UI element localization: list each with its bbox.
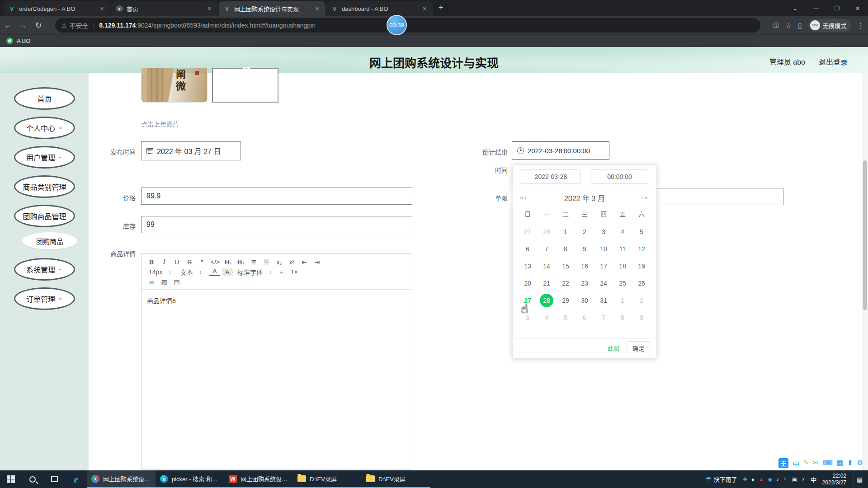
font-family-select[interactable]: 标准字体↕ — [235, 267, 274, 277]
tab-search-icon[interactable]: ⌄ — [785, 5, 806, 12]
tray-icon[interactable]: ◆ — [768, 476, 772, 483]
calendar-day[interactable]: 29 — [556, 297, 575, 304]
bookmark-item[interactable]: A BO — [17, 38, 30, 44]
calendar-day[interactable]: 20 — [518, 280, 537, 287]
calendar-day[interactable]: 18 — [613, 263, 632, 270]
calendar-day[interactable]: 22 — [556, 280, 575, 287]
sidebar-item-6[interactable]: 系统管理⌄ — [14, 258, 75, 281]
browser-tab[interactable]: ●首页✕ — [111, 1, 218, 16]
page-scrollbar[interactable] — [862, 73, 868, 470]
browser-tab[interactable]: Vdashboard - A BO✕ — [326, 1, 433, 16]
password-key-icon[interactable]: ⚿ — [774, 21, 779, 29]
code-icon[interactable]: </> — [209, 258, 221, 266]
stock-input[interactable]: 99 — [141, 216, 412, 233]
menu-dots-icon[interactable]: ⋮ — [857, 21, 864, 30]
forward-button[interactable]: → — [15, 21, 31, 30]
sidebar-item-4[interactable]: 商品类别管理 — [14, 175, 75, 198]
end-time-input[interactable]: 2022-03-2800:00:00 — [512, 141, 609, 160]
recording-timer-badge[interactable]: 03:39 — [387, 15, 407, 35]
task-view-button[interactable] — [43, 470, 65, 488]
picker-date-input[interactable]: 2022-03-28 — [521, 169, 581, 184]
sidebar-item-7[interactable]: 订单管理⌄ — [14, 287, 75, 310]
recorder-logo-icon[interactable]: 王 — [778, 458, 788, 468]
confirm-button[interactable]: 确定 — [627, 341, 650, 355]
calendar-day[interactable]: 15 — [556, 263, 575, 270]
tray-icon[interactable]: ✚ — [743, 476, 747, 483]
price-input[interactable]: 99.9 — [141, 188, 412, 205]
tab-close-icon[interactable]: ✕ — [98, 5, 106, 13]
calendar-day[interactable]: 5 — [632, 228, 651, 235]
calendar-day[interactable]: 12 — [632, 245, 651, 253]
calendar-day[interactable]: 1 — [556, 228, 575, 235]
calendar-day[interactable]: 13 — [518, 263, 537, 270]
tray-icon[interactable]: ⚡ — [801, 476, 805, 483]
calendar-day[interactable]: 28 — [537, 228, 556, 235]
new-tab-button[interactable]: + — [439, 3, 443, 13]
maximize-button[interactable]: ❐ — [826, 5, 847, 12]
reload-button[interactable]: ↻ — [31, 20, 46, 30]
calendar-day[interactable]: 31 — [594, 297, 613, 304]
calendar-day[interactable]: 4 — [613, 228, 632, 235]
calendar-day[interactable]: 2 — [575, 228, 594, 235]
now-link[interactable]: 此刻 — [608, 344, 619, 352]
scissors-icon[interactable]: ✂ — [813, 459, 819, 468]
taskbar-button[interactable]: 网上团购系统设计... — [87, 470, 156, 488]
strike-icon[interactable]: S — [184, 258, 195, 266]
blockquote-icon[interactable]: ” — [197, 258, 208, 266]
tab-close-icon[interactable]: ✕ — [421, 5, 429, 13]
scrollbar-thumb[interactable] — [863, 160, 867, 310]
sidebar-item-2[interactable]: 个人中心⌄ — [14, 117, 75, 139]
bold-icon[interactable]: B — [146, 258, 157, 266]
calendar-day[interactable]: 6 — [518, 245, 537, 253]
calendar-day[interactable]: 25 — [613, 280, 632, 287]
settings-icon[interactable]: ⚙ — [857, 459, 863, 468]
taskbar-search-button[interactable] — [22, 470, 43, 488]
calendar-day[interactable]: 14 — [537, 263, 556, 270]
tray-icon[interactable]: ▲ — [759, 476, 764, 483]
subscript-icon[interactable]: x₂ — [274, 258, 284, 266]
minimize-button[interactable]: — — [806, 5, 826, 12]
ime-indicator[interactable]: 中 — [811, 475, 817, 484]
text-color-icon[interactable]: A — [209, 268, 220, 276]
ime-pin-icon[interactable]: 中 — [793, 459, 799, 468]
calendar-day[interactable]: 30 — [575, 297, 594, 304]
calendar-day[interactable]: 2 — [632, 297, 651, 304]
back-button[interactable]: ← — [0, 21, 15, 30]
calendar-day[interactable]: 21 — [537, 280, 556, 287]
calendar-day[interactable]: 17 — [594, 263, 613, 270]
calendar-day[interactable]: 6 — [575, 314, 594, 321]
calendar-day[interactable]: 19 — [632, 263, 651, 270]
italic-icon[interactable]: I — [159, 258, 170, 266]
taskbar-button[interactable]: D:\EV录屏 — [293, 470, 362, 488]
calendar-day[interactable]: 23 — [575, 280, 594, 287]
sidebar-subitem[interactable]: 团购商品 — [22, 232, 77, 249]
calendar-day[interactable]: 5 — [556, 314, 575, 321]
calendar-day[interactable]: 10 — [594, 245, 613, 253]
sidebar-item-5[interactable]: 团购商品管理 — [14, 205, 75, 227]
calendar-day[interactable]: 4 — [537, 314, 556, 321]
font-size-select[interactable]: 14px↕ — [146, 268, 176, 276]
outdent-icon[interactable]: ⇤ — [299, 258, 310, 266]
superscript-icon[interactable]: x² — [286, 258, 297, 266]
calendar-day[interactable]: 7 — [594, 314, 613, 321]
h2-icon[interactable]: H₂ — [236, 258, 246, 266]
text-style-select[interactable]: 文本↕ — [178, 267, 208, 277]
calendar-day[interactable]: 1 — [613, 297, 632, 304]
sidebar-item-3[interactable]: 用户管理⌄ — [14, 146, 75, 169]
browser-tab[interactable]: VorderCodegen - A BO✕ — [4, 1, 110, 16]
calendar-day[interactable]: 24 — [594, 280, 613, 287]
image-icon[interactable]: ▨ — [159, 278, 170, 286]
calendar-day[interactable]: 7 — [537, 245, 556, 253]
tray-icon[interactable]: ⚐ — [783, 476, 788, 483]
bg-color-icon[interactable]: A — [222, 268, 233, 276]
browser-tab[interactable]: V网上团购系统设计与实现✕ — [219, 1, 326, 16]
weather-widget[interactable]: ☂ 快下雨了 — [705, 475, 737, 483]
calendar-day[interactable]: 11 — [613, 245, 632, 253]
calendar-day[interactable]: 16 — [575, 263, 594, 270]
editor-content[interactable]: 商品详情6 — [142, 290, 412, 311]
calendar-day[interactable]: 28 — [537, 294, 556, 307]
clear-format-icon[interactable]: T× — [289, 268, 300, 276]
calendar-day[interactable]: 26 — [632, 280, 651, 287]
ie-button[interactable]: e — [65, 470, 87, 488]
image-upload-box[interactable]: ⌃ — [212, 68, 278, 103]
